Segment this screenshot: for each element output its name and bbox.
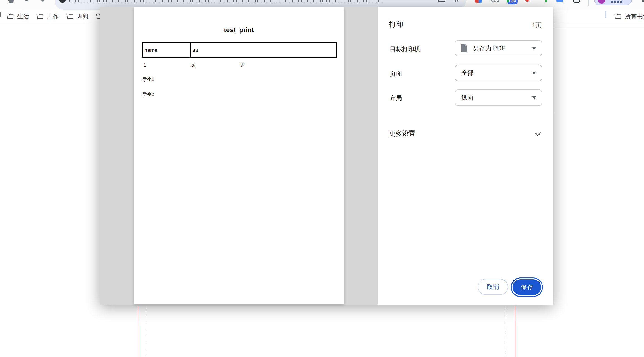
site-favicon [59,0,66,3]
bookmark-label: 工作 [47,12,59,20]
dropdown-caret-icon [532,96,536,99]
screen: ON 生活 工作 [0,0,644,357]
document-row-cell: 1 [144,62,146,68]
avatar [598,0,606,4]
destination-value: 另存为 PDF [473,44,505,52]
save-button[interactable]: 保存 [512,279,541,295]
document-table: name aa [142,42,337,58]
page-red-guide-left [138,306,138,357]
extension-blue-icon[interactable] [556,0,563,2]
omnibox-action-icon[interactable] [438,0,445,2]
pages-label: 页面 [390,70,402,78]
more-settings-toggle[interactable]: 更多设置 [378,126,553,140]
all-bookmarks-button[interactable]: 所有书签 [614,11,644,21]
layout-select[interactable]: 纵向 [455,90,542,106]
extension-green-icon[interactable] [545,0,547,2]
profile-button[interactable] [594,0,632,6]
page-toolbar-border [553,28,644,29]
folder-icon [36,13,43,19]
extension-dark-icon-detail [574,0,579,2]
layout-label: 布局 [390,94,402,102]
toolbar-button-fragment-icon[interactable] [26,0,28,1]
profile-text-fragment [611,1,624,3]
print-preview-pane: test_print name aa 1 sj 男 学生1 学生2 [100,7,378,305]
pages-value: 全部 [461,69,474,77]
page-count: 1页 [532,21,542,29]
document-row-cell: sj [192,62,195,68]
bookmark-edge-fragment [0,12,1,17]
document-line: 学生2 [142,91,154,98]
extension-on-label: ON [509,0,516,4]
bookmarks-divider [606,11,606,18]
document-row-cell: 男 [240,62,245,68]
page-red-guide-right [514,306,515,357]
document-title: test_print [134,26,344,34]
page-dashed-guide-right [506,306,506,357]
extension-on-green-badge [507,0,509,2]
document-line: 学生1 [142,76,154,83]
dropdown-caret-icon [532,72,536,74]
bookmark-folder-life[interactable]: 生活 [6,11,29,21]
browser-menu-icon[interactable] [642,0,644,2]
bookmark-star-icon[interactable] [454,0,459,1]
url-text-fragment [69,0,384,2]
pages-select[interactable]: 全部 [455,65,542,81]
folder-icon [614,13,621,19]
more-settings-label: 更多设置 [389,129,415,138]
extension-dark-icon[interactable] [573,0,580,3]
destination-select[interactable]: 另存为 PDF [455,40,542,56]
bookmark-folder-finance[interactable]: 理财 [66,11,89,21]
table-cell-aa: aa [190,43,336,57]
bookmark-label: 生活 [17,12,29,20]
table-cell-name: name [142,43,190,57]
page-dashed-guide-left [146,306,146,357]
reload-icon[interactable] [42,0,44,2]
print-settings-pane: 打印 1页 目标打印机 另存为 PDF 页面 全部 布局 纵向 [378,7,553,305]
extension-red-diamond-icon[interactable] [522,0,532,2]
dialog-title: 打印 [389,20,404,30]
print-dialog: test_print name aa 1 sj 男 学生1 学生2 打印 1页 … [100,7,553,305]
toolbar-button-fragment-icon[interactable] [8,0,14,4]
bookmark-folder-work[interactable]: 工作 [36,11,59,21]
cancel-button[interactable]: 取消 [478,279,508,295]
pdf-document-icon [461,44,468,52]
preview-page: test_print name aa 1 sj 男 学生1 学生2 [134,7,344,304]
extension-rings-icon[interactable] [491,0,500,3]
settings-divider [378,114,553,114]
extension-colorful-icon[interactable] [475,0,482,3]
chevron-down-icon [535,130,541,136]
dropdown-caret-icon [532,47,536,50]
toolbar-divider [588,0,589,6]
extension-on-icon[interactable]: ON [507,0,518,4]
folder-icon [66,13,73,19]
bookmark-label: 理财 [77,12,89,20]
layout-value: 纵向 [461,94,474,102]
destination-label: 目标打印机 [390,45,420,53]
all-bookmarks-label: 所有书签 [625,12,644,20]
folder-icon [6,13,13,19]
